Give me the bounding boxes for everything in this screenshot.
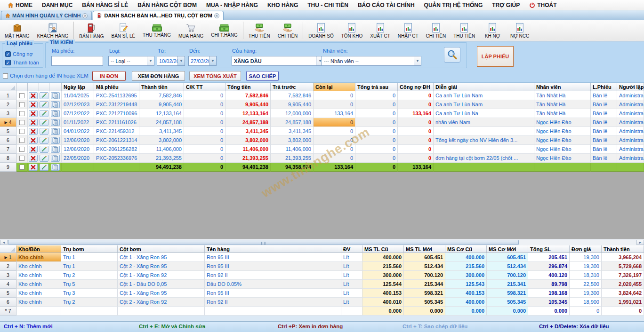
cell-tl_cu[interactable]: 300.000 xyxy=(362,271,404,280)
row-header[interactable]: 5 xyxy=(0,127,16,136)
row-header[interactable]: *7 xyxy=(0,307,16,316)
cell-nhan_vien[interactable]: Ngọc Hiền Đào xyxy=(534,118,591,127)
menu-item[interactable]: THOÁT xyxy=(524,0,561,10)
table-row[interactable]: 5Kho chínhTrụ 3Cột 1 - Xăng Ron 95Ron 95… xyxy=(0,289,644,298)
cell-ck[interactable]: 0 xyxy=(184,163,225,172)
row-header[interactable]: 9 xyxy=(0,163,16,172)
cell-co_moi[interactable]: 598.321 xyxy=(487,289,528,298)
cell-tong_tra_sau[interactable]: 0 xyxy=(355,100,398,109)
cell-tong_sl[interactable]: 205.451 xyxy=(528,253,570,262)
cell-ma[interactable]: PXC-221459312 xyxy=(94,127,139,136)
cell-tl_cu[interactable]: 400.010 xyxy=(362,298,404,307)
cell-co_cu[interactable]: 125.543 xyxy=(445,280,487,289)
tu-date-picker[interactable]: 10/02/2020 ▼ xyxy=(157,56,185,66)
cell-ten[interactable]: Dầu DO 0.05% xyxy=(205,280,341,289)
cell-ma[interactable]: PXC-2211161026 xyxy=(94,118,139,127)
cell-nhan_vien[interactable]: Tân Nhật Hà xyxy=(534,109,591,118)
cell-ck[interactable]: 0 xyxy=(184,100,225,109)
row-checkbox-cell[interactable] xyxy=(16,127,28,136)
cell-co_cu[interactable]: 0.000 xyxy=(445,307,487,316)
cell-ten[interactable]: Ron 92 II xyxy=(205,298,341,307)
cell-cong_no[interactable]: 0 xyxy=(398,91,434,100)
column-header-nhan_vien[interactable]: Nhân viên xyxy=(534,83,591,91)
cell-dv[interactable]: Lít xyxy=(341,253,362,262)
menu-item[interactable]: QUẢN TRỊ HỆ THỐNG xyxy=(419,0,488,10)
cell-nguoi_lap[interactable]: Administrator xyxy=(617,154,644,163)
row-checkbox[interactable] xyxy=(19,111,24,116)
cell-con_lai[interactable]: 0 xyxy=(314,91,355,100)
checkbox-column-header[interactable] xyxy=(16,83,28,91)
cell-don_gia[interactable]: 18,310 xyxy=(570,271,602,280)
cell-don_gia[interactable]: 0 xyxy=(570,307,602,316)
toolbar-button[interactable]: CHI TIỀN xyxy=(274,20,302,41)
delete-button[interactable] xyxy=(29,146,38,153)
cell-tra_truoc[interactable]: 12,000,000 xyxy=(271,109,314,118)
cell-don_gia[interactable]: 22,500 xyxy=(570,280,602,289)
cell-nhan_vien[interactable]: Ngọc Hiền Đào xyxy=(534,136,591,145)
cell-co_moi[interactable]: 215.341 xyxy=(487,280,528,289)
cell-ngay[interactable]: 04/01/2022 xyxy=(62,127,94,136)
cell-nguoi_lap[interactable]: Administrator xyxy=(617,145,644,154)
row-header[interactable]: ▶1 xyxy=(0,253,16,262)
cell-con_lai[interactable]: 0 xyxy=(314,154,355,163)
cell-thanh_tien[interactable]: 3,802,000 xyxy=(139,136,184,145)
column-header-l_phieu[interactable]: L.Phiếu xyxy=(591,83,617,91)
delete-button[interactable] xyxy=(29,128,38,135)
cell-thanh_tien[interactable]: 1,991,021 xyxy=(602,298,644,307)
cell-cot[interactable]: Cột 1 - Xăng Ron 92 xyxy=(118,271,205,280)
lap-phieu-button[interactable]: LẬP PHIẾU xyxy=(477,46,514,67)
delete-button[interactable] xyxy=(29,92,38,99)
toolbar-button[interactable]: CHI T.HÀNG xyxy=(207,20,242,41)
cell-ngay[interactable]: 02/12/2023 xyxy=(62,100,94,109)
cell-l_phieu[interactable]: Bán lẻ xyxy=(591,109,617,118)
cell-tl_cu[interactable]: 400.000 xyxy=(362,253,404,262)
cell-tong_sl[interactable]: 105.345 xyxy=(528,298,570,307)
delete-button[interactable] xyxy=(29,101,38,108)
cell-co_moi[interactable]: 505.345 xyxy=(487,298,528,307)
cell-thanh_tien[interactable]: 3,824,642 xyxy=(602,289,644,298)
table-row[interactable]: 822/05/2020PXC-205233697621,393,255021,3… xyxy=(0,154,644,163)
cell-tong_tra_sau[interactable]: 0 xyxy=(355,154,398,163)
table-row[interactable]: 712/06/2020PXC-206125628211,406,000011,4… xyxy=(0,145,644,154)
cell-thanh_tien[interactable]: 11,406,000 xyxy=(139,145,184,154)
cell-dv[interactable]: Lít xyxy=(341,298,362,307)
row-checkbox[interactable] xyxy=(19,147,24,152)
delete-button[interactable] xyxy=(29,164,38,171)
cell-tru[interactable]: Trụ 2 xyxy=(61,298,118,307)
column-header-thanh_tien[interactable]: Thành tiền xyxy=(602,245,644,253)
row-header[interactable]: 8 xyxy=(0,154,16,163)
row-checkbox[interactable] xyxy=(19,102,24,107)
action-button[interactable]: SAO CHÉP xyxy=(246,71,279,81)
cell-tl_moi[interactable]: 598.321 xyxy=(404,289,445,298)
column-header-tl_cu[interactable]: MS TL Cũ xyxy=(362,245,404,253)
cell-tong[interactable]: 7,582,846 xyxy=(225,91,271,100)
row-header[interactable]: 1 xyxy=(0,91,16,100)
table-row[interactable]: *70.0000.0000.0000.0000.00000 xyxy=(0,307,644,316)
toolbar-button[interactable]: MẶT HÀNG xyxy=(1,20,33,41)
copy-button[interactable] xyxy=(51,155,60,162)
cell-co_moi[interactable]: 0.000 xyxy=(487,307,528,316)
cell-thanh_tien[interactable]: 2,020,455 xyxy=(602,280,644,289)
scroll-left-button[interactable]: ◄ xyxy=(0,240,8,245)
cell-kho[interactable]: Kho chính xyxy=(16,262,61,271)
cell-tong_tra_sau[interactable]: 0 xyxy=(355,118,398,127)
cell-nhan_vien[interactable]: Ngọc Hiền Đào xyxy=(534,145,591,154)
cell-thanh_tien[interactable]: 94,491,238 xyxy=(139,163,184,172)
cell-ma[interactable]: PXC-2541132695 xyxy=(94,91,139,100)
cell-nguoi_lap[interactable]: Administrator xyxy=(617,118,644,127)
cell-tl_cu[interactable]: 400.153 xyxy=(362,289,404,298)
cell-l_phieu[interactable] xyxy=(591,163,617,172)
cell-cot[interactable]: Cột 1 - Dầu DO 0,05 xyxy=(118,280,205,289)
copy-button[interactable] xyxy=(51,92,60,99)
cell-nguoi_lap[interactable]: Administrator xyxy=(617,100,644,109)
toolbar-button[interactable]: CHI TIỀN xyxy=(422,20,450,41)
row-checkbox[interactable] xyxy=(19,156,24,161)
cell-tl_moi[interactable]: 605.451 xyxy=(404,253,445,262)
row-checkbox[interactable] xyxy=(19,120,24,125)
cell-cong_no[interactable]: 133,164 xyxy=(398,163,434,172)
select-order-checkbox[interactable] xyxy=(3,73,8,79)
cell-tra_truoc[interactable]: 24,857,188 xyxy=(271,118,314,127)
row-checkbox[interactable] xyxy=(19,138,24,143)
cell-ten[interactable]: Ron 95 III xyxy=(205,289,341,298)
cell-ma[interactable]: PXC-2052336976 xyxy=(94,154,139,163)
